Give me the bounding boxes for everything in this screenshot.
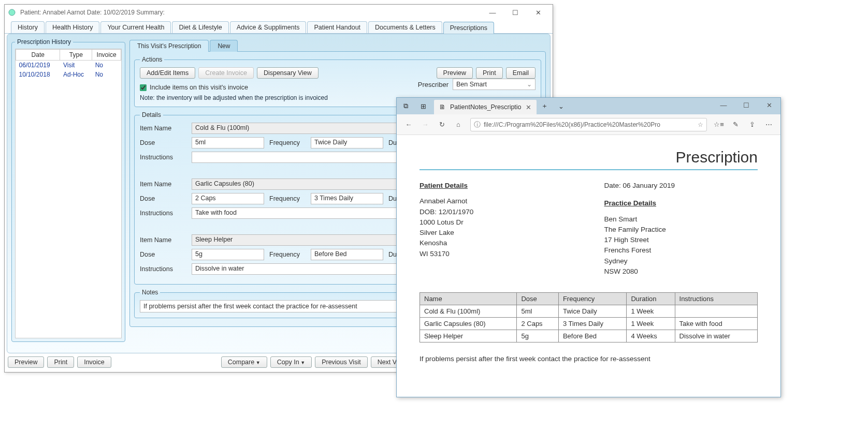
title-rule bbox=[419, 169, 758, 170]
tab-prescriptions[interactable]: Prescriptions bbox=[443, 22, 494, 34]
details-legend: Details bbox=[140, 111, 163, 118]
new-tab-button[interactable]: ＋ bbox=[537, 98, 553, 114]
item-name-label: Item Name bbox=[140, 125, 186, 132]
table-row[interactable]: 10/10/2018 Ad-Hoc No bbox=[16, 70, 121, 79]
frequency-field[interactable]: Twice Daily bbox=[311, 137, 383, 148]
info-icon: ⓘ bbox=[474, 120, 481, 129]
browser-maximize-button[interactable]: ☐ bbox=[735, 98, 758, 112]
tab-current-health[interactable]: Your Current Health bbox=[100, 21, 171, 33]
browser-close-button[interactable]: ✕ bbox=[758, 98, 780, 112]
refresh-icon[interactable]: ↻ bbox=[437, 120, 446, 129]
table-row: Garlic Capsules (80) 2 Caps 3 Times Dail… bbox=[420, 318, 758, 330]
svg-point-0 bbox=[9, 9, 15, 16]
include-items-checkbox[interactable] bbox=[140, 84, 147, 91]
prescription-history-table[interactable]: Date Type Invoice 06/01/2019 Visit No 10… bbox=[15, 49, 122, 338]
address-bar[interactable]: ⓘ file:///C:/Program%20Files%20(x86)/Pra… bbox=[470, 118, 707, 131]
share-icon[interactable]: ⇪ bbox=[747, 120, 757, 129]
create-invoice-button: Create Invoice bbox=[198, 67, 254, 79]
prescription-table: Name Dose Frequency Duration Instruction… bbox=[419, 292, 758, 342]
tab-diet-lifestyle[interactable]: Diet & Lifestyle bbox=[172, 21, 228, 33]
dose-field[interactable]: 5ml bbox=[192, 137, 264, 148]
window-title: Patient: Annabel Aarnot Date: 10/02/2019… bbox=[20, 9, 165, 16]
page-icon: 🗎 bbox=[439, 103, 446, 111]
dose-label: Dose bbox=[140, 139, 186, 146]
tab-history[interactable]: History bbox=[11, 21, 45, 33]
frequency-field[interactable]: 3 Times Daily bbox=[311, 193, 383, 204]
browser-tab[interactable]: 🗎 PatientNotes_Prescriptio ✕ bbox=[434, 100, 537, 114]
footer-invoice-button[interactable]: Invoice bbox=[77, 356, 111, 368]
frequency-field[interactable]: Before Bed bbox=[311, 249, 383, 260]
more-icon[interactable]: ⋯ bbox=[764, 120, 773, 129]
table-row: Cold & Flu (100ml) 5ml Twice Daily 1 Wee… bbox=[420, 305, 758, 318]
dose-field[interactable]: 5g bbox=[192, 249, 264, 260]
tab-chevron-icon[interactable]: ⌄ bbox=[553, 98, 570, 114]
maximize-button[interactable]: ☐ bbox=[504, 5, 527, 20]
include-items-label: Include items on this visit's invoice bbox=[150, 84, 248, 91]
tab-health-history[interactable]: Health History bbox=[46, 21, 100, 33]
preview-button[interactable]: Preview bbox=[437, 67, 473, 79]
prescription-title: Prescription bbox=[419, 148, 758, 166]
email-button[interactable]: Email bbox=[506, 67, 536, 79]
prescriber-select[interactable]: Ben Smart bbox=[453, 79, 536, 90]
table-row: Sleep Helper 5g Before Bed 4 Weeks Disso… bbox=[420, 330, 758, 342]
inner-tab-this-visit[interactable]: This Visit's Prescription bbox=[129, 40, 209, 52]
app-icon bbox=[8, 8, 16, 17]
prescription-date: Date: 06 January 2019 bbox=[604, 181, 758, 191]
notes-icon[interactable]: ✎ bbox=[731, 120, 740, 129]
close-tab-icon[interactable]: ✕ bbox=[526, 103, 531, 111]
home-icon[interactable]: ⌂ bbox=[454, 120, 463, 129]
tab-documents[interactable]: Documents & Letters bbox=[368, 21, 442, 33]
browser-minimize-button[interactable]: — bbox=[712, 98, 735, 112]
dispensary-view-button[interactable]: Dispensary View bbox=[257, 67, 319, 79]
practice-details: Date: 06 January 2019 Practice Details B… bbox=[604, 181, 758, 277]
titlebar: Patient: Annabel Aarnot Date: 10/02/2019… bbox=[5, 5, 553, 20]
prescription-history-panel: Prescription History Date Type Invoice 0… bbox=[11, 38, 125, 349]
close-button[interactable]: ✕ bbox=[527, 5, 549, 20]
col-invoice[interactable]: Invoice bbox=[92, 50, 121, 61]
compare-button[interactable]: Compare bbox=[221, 356, 267, 368]
col-type[interactable]: Type bbox=[60, 50, 92, 61]
browser-tab-title: PatientNotes_Prescriptio bbox=[450, 103, 522, 111]
table-row[interactable]: 06/01/2019 Visit No bbox=[16, 61, 121, 70]
instructions-label: Instructions bbox=[140, 154, 186, 161]
previous-visit-button[interactable]: Previous Visit bbox=[315, 356, 368, 368]
footer-preview-button[interactable]: Preview bbox=[8, 356, 44, 368]
dose-field[interactable]: 2 Caps bbox=[192, 193, 264, 204]
back-icon[interactable]: ← bbox=[404, 120, 413, 129]
patient-details-heading: Patient Details bbox=[419, 181, 573, 191]
url-text: file:///C:/Program%20Files%20(x86)/Pract… bbox=[484, 121, 695, 128]
patient-details: Patient Details Annabel Aarnot DOB: 12/0… bbox=[419, 181, 573, 277]
copy-in-button[interactable]: Copy In bbox=[270, 356, 312, 368]
actions-legend: Actions bbox=[140, 56, 164, 63]
favorite-icon[interactable]: ☆ bbox=[698, 121, 703, 128]
prescription-history-legend: Prescription History bbox=[15, 38, 73, 46]
add-edit-items-button[interactable]: Add/Edit Items bbox=[140, 67, 195, 79]
frequency-label: Frequency bbox=[269, 139, 306, 146]
tab-advice[interactable]: Advice & Suppliments bbox=[230, 21, 307, 33]
favorites-icon[interactable]: ☆≡ bbox=[714, 120, 724, 129]
forward-icon[interactable]: → bbox=[421, 120, 430, 129]
notes-legend: Notes bbox=[140, 289, 160, 296]
inner-tab-new[interactable]: New bbox=[210, 40, 238, 52]
browser-content: Prescription Patient Details Annabel Aar… bbox=[397, 135, 780, 397]
col-date[interactable]: Date bbox=[16, 50, 60, 61]
tab-preview-icon[interactable]: ⊞ bbox=[414, 98, 432, 114]
browser-toolbar: ← → ↻ ⌂ ⓘ file:///C:/Program%20Files%20(… bbox=[397, 114, 780, 135]
main-tabs: History Health History Your Current Heal… bbox=[5, 20, 553, 34]
tab-actions-icon[interactable]: ⧉ bbox=[397, 98, 414, 114]
footer-print-button[interactable]: Print bbox=[47, 356, 74, 368]
print-button[interactable]: Print bbox=[476, 67, 503, 79]
browser-window: ⧉ ⊞ 🗎 PatientNotes_Prescriptio ✕ ＋ ⌄ — ☐… bbox=[396, 97, 781, 397]
browser-titlebar: ⧉ ⊞ 🗎 PatientNotes_Prescriptio ✕ ＋ ⌄ — ☐… bbox=[397, 98, 780, 114]
minimize-button[interactable]: — bbox=[481, 5, 504, 20]
practice-details-heading: Practice Details bbox=[604, 198, 758, 208]
prescription-notes: If problems persist after the first week… bbox=[419, 355, 758, 363]
prescriber-label: Prescriber bbox=[418, 81, 449, 88]
tab-handout[interactable]: Patient Handout bbox=[307, 21, 367, 33]
